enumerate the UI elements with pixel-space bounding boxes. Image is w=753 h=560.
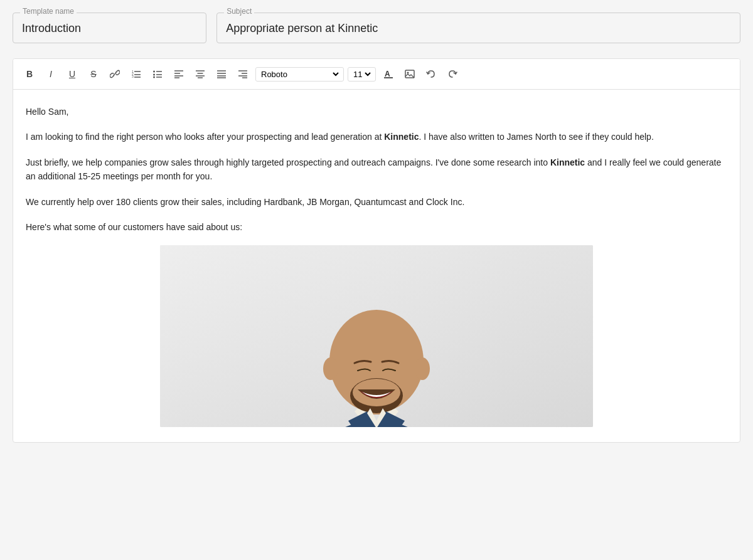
font-select-wrapper[interactable]: Roboto Arial Georgia Times New Roman — [255, 67, 344, 82]
svg-point-9 — [153, 74, 155, 76]
svg-point-32 — [407, 72, 409, 74]
insert-image-icon — [405, 69, 415, 79]
template-name-input[interactable] — [13, 13, 206, 43]
svg-point-11 — [153, 77, 155, 78]
paragraph2: Just briefly, we help companies grow sal… — [26, 156, 727, 184]
align-left-button[interactable] — [169, 64, 189, 84]
align-justify-icon — [216, 69, 227, 79]
svg-line-0 — [114, 73, 116, 75]
align-center-icon — [195, 69, 205, 79]
ordered-list-icon: 1 2 3 — [131, 69, 141, 79]
insert-image-button[interactable] — [400, 64, 420, 84]
subject-field-group: Subject — [216, 13, 740, 43]
template-name-label: Template name — [20, 7, 77, 16]
paragraph4: Here's what some of our customers have s… — [26, 220, 727, 234]
font-color-icon: A — [383, 69, 393, 79]
unordered-list-icon — [152, 69, 163, 79]
undo-button[interactable] — [421, 64, 441, 84]
align-right-icon — [238, 69, 248, 79]
align-justify-button[interactable] — [211, 64, 232, 84]
align-left-icon — [174, 69, 184, 79]
align-right-button[interactable] — [233, 64, 253, 84]
font-size-wrapper[interactable]: 8 9 10 11 12 14 16 18 — [348, 67, 376, 82]
strikethrough-button[interactable]: S — [83, 64, 104, 84]
link-button[interactable] — [105, 64, 125, 84]
subject-label: Subject — [224, 7, 254, 16]
svg-text:A: A — [385, 70, 390, 78]
person-image-svg — [160, 245, 593, 427]
greeting-paragraph: Hello Sam, — [26, 105, 727, 119]
italic-button[interactable]: I — [41, 64, 61, 84]
ordered-list-button[interactable]: 1 2 3 — [126, 64, 146, 84]
fields-row: Template name Subject — [13, 13, 740, 43]
bold-button[interactable]: B — [19, 64, 40, 84]
template-name-field-group: Template name — [13, 13, 206, 43]
svg-point-7 — [153, 71, 155, 73]
font-color-button[interactable]: A — [378, 64, 398, 84]
svg-rect-30 — [384, 77, 393, 78]
editor-container: B I U S 1 — [13, 58, 740, 443]
font-select[interactable]: Roboto Arial Georgia Times New Roman — [259, 69, 341, 80]
paragraph1: I am looking to find the right person wh… — [26, 130, 727, 144]
redo-icon — [447, 69, 457, 79]
align-center-button[interactable] — [190, 64, 210, 84]
font-size-select[interactable]: 8 9 10 11 12 14 16 18 — [351, 69, 373, 80]
subject-input[interactable] — [216, 13, 740, 43]
undo-icon — [426, 69, 436, 79]
svg-point-39 — [323, 357, 338, 380]
email-image — [160, 245, 593, 427]
svg-text:3: 3 — [132, 75, 134, 78]
underline-button[interactable]: U — [62, 64, 82, 84]
page-container: Template name Subject B I U S — [0, 0, 753, 560]
toolbar: B I U S 1 — [13, 59, 740, 90]
paragraph3: We currently help over 180 clients grow … — [26, 195, 727, 209]
editor-content[interactable]: Hello Sam, I am looking to find the righ… — [13, 90, 740, 442]
unordered-list-button[interactable] — [147, 64, 168, 84]
svg-point-40 — [415, 357, 430, 380]
link-icon — [110, 69, 120, 79]
redo-button[interactable] — [442, 64, 462, 84]
